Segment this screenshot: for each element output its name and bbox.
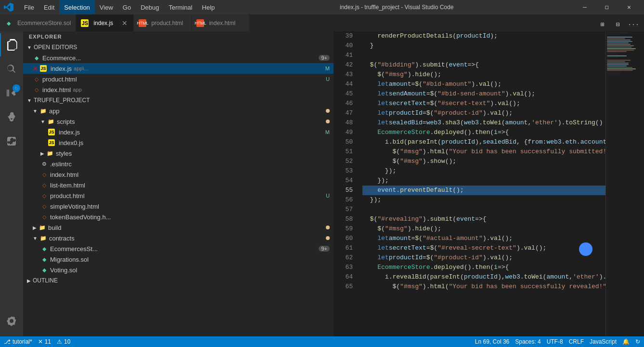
code-line-65: $("#msg").html("Your bid has been succes…: [362, 282, 605, 292]
cursor-position-status[interactable]: Ln 69, Col 36: [475, 338, 509, 345]
menu-help[interactable]: Help: [197, 0, 220, 14]
close-button[interactable]: ✕: [618, 0, 640, 14]
code-line-44: let amount = $("#bid-amount").val();: [362, 80, 605, 89]
html-file-icon: ◇: [40, 181, 48, 189]
file-voting-sol[interactable]: ◆ Voting.sol: [23, 265, 334, 275]
sync-status[interactable]: ↻: [635, 338, 640, 345]
sol-file-icon: ◆: [40, 255, 48, 263]
tab-ecommerce-sol[interactable]: ◆ EcommerceStore.sol: [0, 14, 76, 31]
debug-activity-icon[interactable]: [0, 106, 23, 129]
file-list-item-html[interactable]: ◇ list-item.html: [23, 180, 334, 190]
code-line-45: let sendAmount = $("#bid-send-amount").v…: [362, 89, 605, 99]
folder-name: app: [49, 107, 60, 115]
explorer-activity-icon[interactable]: [0, 33, 23, 56]
folder-build[interactable]: ▶ 📁 build: [23, 222, 334, 233]
errors-status[interactable]: ✕ 11: [38, 338, 51, 345]
tab-product-html[interactable]: HTML product.html: [134, 14, 192, 31]
minimap[interactable]: [605, 31, 644, 336]
file-badge: 9+: [319, 55, 330, 61]
maximize-button[interactable]: ◻: [596, 0, 618, 14]
file-name: simpleVoting.html: [50, 203, 99, 210]
open-editor-ecommerce-sol[interactable]: ◆ Ecommerce... 9+: [23, 53, 334, 63]
notifications-status[interactable]: 🔔: [622, 338, 630, 345]
project-header[interactable]: ▼ TRUFFLE_PROJECT: [23, 95, 334, 106]
code-line-43: $("#msg").hide();: [362, 70, 605, 80]
editor-area[interactable]: 39 40 41 42 43 44 45 46 47 48 49 50 51 5…: [334, 31, 644, 336]
menu-debug[interactable]: Debug: [136, 0, 164, 14]
split-editor-button[interactable]: ⊞: [596, 18, 609, 31]
code-line-48: let sealedBid = web3.sha3(web3.toWei(amo…: [362, 118, 605, 128]
open-editor-index-js[interactable]: ✕ JS index.js app\... M: [23, 63, 334, 74]
settings-activity-icon[interactable]: [0, 309, 23, 333]
folder-icon: 📁: [47, 118, 55, 125]
open-editor-product-html[interactable]: ◇ product.html U: [23, 74, 334, 84]
language-status[interactable]: JavaScript: [590, 338, 617, 345]
file-name: EcommercesSt...: [50, 245, 98, 253]
title-bar: File Edit Selection View Go Debug Termin…: [0, 0, 644, 14]
minimize-button[interactable]: ─: [574, 0, 596, 14]
sol-icon: ◆: [5, 19, 13, 27]
file-migrations-sol[interactable]: ◆ Migrations.sol: [23, 254, 334, 265]
file-eslintrc[interactable]: ⚙ .eslintrc: [23, 159, 334, 169]
error-icon: ✕: [38, 338, 43, 345]
tab-index-html[interactable]: HTML index.html: [192, 14, 249, 31]
section-label: OUTLINE: [33, 277, 58, 284]
folder-scripts[interactable]: ▼ 📁 scripts: [23, 116, 334, 127]
code-line-56: });: [362, 195, 605, 205]
folder-arrow: ▼: [33, 108, 38, 114]
file-badge: 9+: [319, 246, 330, 252]
folder-arrow: ▼: [40, 119, 45, 124]
file-index-html[interactable]: ◇ index.html: [23, 169, 334, 180]
tab-label: EcommerceStore.sol: [17, 20, 71, 27]
file-token-based-voting[interactable]: ◇ tokenBasedVoting.h...: [23, 212, 334, 222]
folder-styles[interactable]: ▶ 📁 styles: [23, 148, 334, 159]
file-simple-voting-html[interactable]: ◇ simpleVoting.html: [23, 201, 334, 212]
outline-header[interactable]: ▶ OUTLINE: [23, 275, 334, 286]
file-index0-js[interactable]: JS index0.js: [23, 137, 334, 148]
code-editor[interactable]: renderProductDetails(productId); } $("#b…: [358, 31, 605, 336]
editor-content: 39 40 41 42 43 44 45 46 47 48 49 50 51 5…: [334, 31, 644, 336]
code-line-51: $("#msg").html("Your bid has been succes…: [362, 147, 605, 157]
file-product-html[interactable]: ◇ product.html U: [23, 190, 334, 201]
folder-contracts[interactable]: ▼ 📁 contracts: [23, 233, 334, 243]
menu-selection[interactable]: Selection: [59, 0, 94, 14]
open-editor-index-html[interactable]: ◇ index.html app: [23, 84, 334, 95]
line-ending-status[interactable]: CRLF: [569, 338, 584, 345]
tab-close-button[interactable]: ✕: [121, 19, 129, 27]
untracked-indicator: U: [326, 76, 330, 82]
menu-file[interactable]: File: [19, 0, 39, 14]
editor-layout-button[interactable]: ⊟: [611, 18, 625, 31]
tab-index-js[interactable]: JS index.js ✕: [76, 14, 134, 31]
extensions-activity-icon[interactable]: [0, 130, 23, 153]
more-actions-button[interactable]: ···: [627, 18, 640, 31]
encoding-status[interactable]: UTF-8: [547, 338, 563, 345]
indentation-status[interactable]: Spaces: 4: [515, 338, 541, 345]
html-icon: HTML: [196, 19, 204, 27]
language-label: JavaScript: [590, 338, 617, 345]
main-layout: ↻ EXPLORER ▼ OPEN EDITORS ◆ Ecommerce...: [0, 31, 644, 336]
status-bar: ⎇ tutorial* ✕ 11 ⚠ 10 Ln 69, Col 36 Spac…: [0, 336, 644, 347]
file-index-js[interactable]: JS index.js M: [23, 127, 334, 137]
menu-view[interactable]: View: [95, 0, 118, 14]
warnings-status[interactable]: ⚠ 10: [57, 338, 70, 345]
folder-app[interactable]: ▼ 📁 app: [23, 106, 334, 116]
file-name: tokenBasedVoting.h...: [50, 214, 111, 221]
menu-edit[interactable]: Edit: [39, 0, 59, 14]
code-line-39: renderProductDetails(productId);: [362, 31, 605, 41]
file-ecommerce-sol[interactable]: ◆ EcommercesSt... 9+: [23, 243, 334, 254]
search-activity-icon[interactable]: [0, 57, 23, 80]
source-control-activity-icon[interactable]: ↻: [0, 81, 23, 105]
open-editors-header[interactable]: ▼ OPEN EDITORS: [23, 42, 334, 53]
sync-icon: ↻: [635, 338, 640, 345]
git-branch-icon: ⎇: [4, 338, 11, 345]
section-arrow: ▶: [27, 278, 31, 283]
git-branch-status[interactable]: ⎇ tutorial*: [4, 338, 32, 345]
file-name: index.html: [42, 86, 71, 93]
menu-go[interactable]: Go: [118, 0, 136, 14]
section-label: TRUFFLE_PROJECT: [34, 97, 90, 104]
menu-terminal[interactable]: Terminal: [164, 0, 197, 14]
file-path: app\...: [74, 66, 89, 71]
tab-bar: ◆ EcommerceStore.sol JS index.js ✕ HTML …: [0, 14, 644, 31]
cursor-position-label: Ln 69, Col 36: [475, 338, 509, 345]
folder-arrow: ▶: [40, 151, 44, 156]
